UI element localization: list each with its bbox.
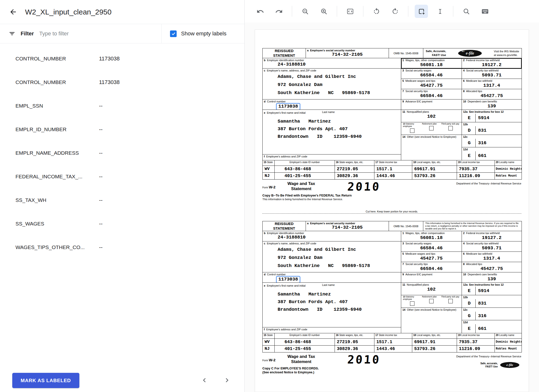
control-number-value: 1173038 <box>278 277 298 282</box>
document-page[interactable]: REISSUED STATEMENT a Employee's social s… <box>255 29 529 392</box>
w2-grid: REISSUED STATEMENT a Employee's social s… <box>262 48 522 180</box>
copy-note: (See enclosed Notice to Employee.) <box>262 371 521 374</box>
last-name-label: Last name <box>322 111 335 113</box>
label-value: -- <box>99 103 103 109</box>
locality-2: Robles Mount <box>496 174 517 178</box>
footer-efile-block: Safe, accurate, FAST! Use e-file <box>480 362 519 368</box>
box-10-dependent-care: 10 Dependent care benefits 139 <box>462 272 522 283</box>
label-row-federal-income-tax[interactable]: FEDERAL_INCOME_TAX_... -- <box>0 165 244 188</box>
locality-1: Dominic Heights <box>496 167 522 171</box>
topright-notice-box: This information is being furnished to t… <box>423 221 522 231</box>
label-row-emplr-id-number[interactable]: EMPLR_ID_NUMBER -- <box>0 118 244 141</box>
state-header-17: 17 State income tax <box>374 333 412 339</box>
state-header-16: 16 State wages, tips, etc. <box>335 333 374 339</box>
wage-tax-statement: Wage and Tax Statement <box>287 181 315 192</box>
locality-2: Robles Mount <box>496 347 517 350</box>
label-row-wages-tips-other[interactable]: WAGES_TIPS_OTHER_CO... -- <box>0 236 244 259</box>
employer-line3: South Katherine NC 95869-5178 <box>264 263 400 269</box>
control-number-annotation[interactable]: 1173038 <box>276 103 300 110</box>
box-1-wages: 1 Wages, tips, other compensation 56081.… <box>401 231 462 241</box>
box-f-address: f Employee's address and ZIP code <box>263 154 401 160</box>
box-12b-value: 831 <box>478 128 486 133</box>
box-a-letter: a <box>307 222 309 225</box>
state-header-19: 19 Local income tax <box>457 333 495 339</box>
state-row-2: NJ 401-25-455 30829.36 1443.46 53793.26 … <box>263 346 522 352</box>
box-10-value: 139 <box>463 276 520 282</box>
form-word: Form <box>262 359 268 362</box>
next-document-button[interactable] <box>221 374 233 386</box>
box-3-ss-wages: 3 Social security wages 66584.46 <box>401 69 462 79</box>
chevron-left-icon <box>200 376 209 384</box>
redo-icon <box>275 8 283 15</box>
wage-tax-statement: Wage and Tax Statement <box>287 354 315 364</box>
back-button[interactable] <box>7 6 19 18</box>
label-row-ss-tax-wh[interactable]: SS_TAX_WH -- <box>0 188 244 212</box>
box-12d: 12d E 661 <box>462 147 522 160</box>
box-c-employer: c Employer's name, address, and ZIP code… <box>263 241 401 272</box>
label-row-control-number-1[interactable]: CONTROL_NUMBER 1173038 <box>0 47 244 70</box>
local-tax-1: 7935.37 <box>459 339 478 345</box>
previous-document-button[interactable] <box>199 374 210 386</box>
code-view-button[interactable] <box>343 5 357 18</box>
employer-line2: 972 Gonzalez Dam <box>264 82 400 88</box>
keyboard-button[interactable] <box>478 5 492 18</box>
label-row-empl-ssn[interactable]: EMPL_SSN -- <box>0 94 244 118</box>
box-12b: 12b D 831 <box>462 122 522 135</box>
box-12a-value: 5914 <box>478 115 489 121</box>
zoom-in-button[interactable] <box>317 5 330 18</box>
box-11-value: 102 <box>402 114 460 119</box>
filter-input[interactable] <box>39 30 161 37</box>
label-value: -- <box>99 150 103 156</box>
check-icon <box>171 31 176 36</box>
local-tax-2: 11216.09 <box>459 346 480 352</box>
visit-irs-line1: Visit the IRS Website <box>494 50 519 53</box>
box-c-employer: c Employer's name, address, and ZIP code… <box>263 69 401 99</box>
box-e-employee: e Employee's first name and initial Last… <box>263 283 401 327</box>
label-row-emplr-name-address[interactable]: EMPLR_NAME_ADDRESS -- <box>0 141 244 165</box>
filter-icon <box>8 30 16 37</box>
label-row-ss-wages[interactable]: SS_WAGES -- <box>0 212 244 236</box>
mark-as-labeled-button[interactable]: MARK AS LABELED <box>12 373 79 388</box>
state-row-2: NJ 401-25-455 30829.36 1443.46 53793.26 … <box>263 173 522 179</box>
state-header-20: 20 Locality name <box>495 333 522 339</box>
left-panel: W2_XL_input_clean_2950 Filter Show empty… <box>0 0 245 392</box>
redo-button[interactable] <box>272 5 285 18</box>
zoom-out-button[interactable] <box>298 5 312 18</box>
employee-address: 387 Burton Fords Apt. 407 <box>264 298 400 306</box>
label-name: EMPLR_ID_NUMBER <box>15 126 99 132</box>
box-5-medicare-wages: 5 Medicare wages and tips 45427.75 <box>401 79 462 89</box>
w2-form: REISSUED STATEMENT a Employee's social s… <box>262 221 521 377</box>
tax-year: 2010 <box>347 181 381 192</box>
document-area[interactable]: REISSUED STATEMENT a Employee's social s… <box>245 23 539 392</box>
box-11-nonqualified: 11 Nonqualified plans 102 <box>401 283 462 295</box>
box-7-ss-tips: 7 Social security tips 66584.46 <box>401 89 462 99</box>
undo-button[interactable] <box>254 5 267 18</box>
rotate-right-button[interactable] <box>388 5 402 18</box>
code-icon <box>346 8 354 15</box>
box-2-fed-tax: 2 Federal income tax withheld 19127.2 <box>462 231 522 241</box>
label-name: CONTROL_NUMBER <box>15 79 99 85</box>
boxes-1-2-pair: 1 Wages, tips, other compensation 56081.… <box>401 231 522 241</box>
filter-label: Filter <box>21 30 34 37</box>
ein-value: 24-3188810 <box>264 235 400 240</box>
form-number: W-2 <box>269 185 275 189</box>
state-id-2: 401-25-455 <box>284 346 311 352</box>
control-number-annotation[interactable]: 1173038 <box>276 276 300 283</box>
third-party-sick-pay-checkbox <box>448 126 453 130</box>
search-button[interactable] <box>460 5 473 18</box>
rotate-left-button[interactable] <box>370 5 383 18</box>
filter-bar: Filter Show empty labels <box>0 24 244 43</box>
text-select-button[interactable] <box>433 5 447 18</box>
label-name: WAGES_TIPS_OTHER_CO... <box>15 244 99 250</box>
add-region-button[interactable] <box>415 5 428 18</box>
label-row-control-number-2[interactable]: CONTROL_NUMBER 1173038 <box>0 70 244 94</box>
state-header-id: Employer's state ID number <box>275 160 335 166</box>
show-empty-checkbox[interactable] <box>170 30 177 37</box>
box-12d-code: E <box>463 151 475 160</box>
local-tax-1: 7935.37 <box>459 167 478 172</box>
local-wages-1: 69617.91 <box>414 167 435 172</box>
box-5-value: 45427.75 <box>402 83 460 88</box>
state-row-1: WV 643-86-468 27219.05 1517.1 69617.91 7… <box>263 339 522 346</box>
box-12b-code: D <box>463 299 475 308</box>
label-list: CONTROL_NUMBER 1173038 CONTROL_NUMBER 11… <box>0 43 244 392</box>
